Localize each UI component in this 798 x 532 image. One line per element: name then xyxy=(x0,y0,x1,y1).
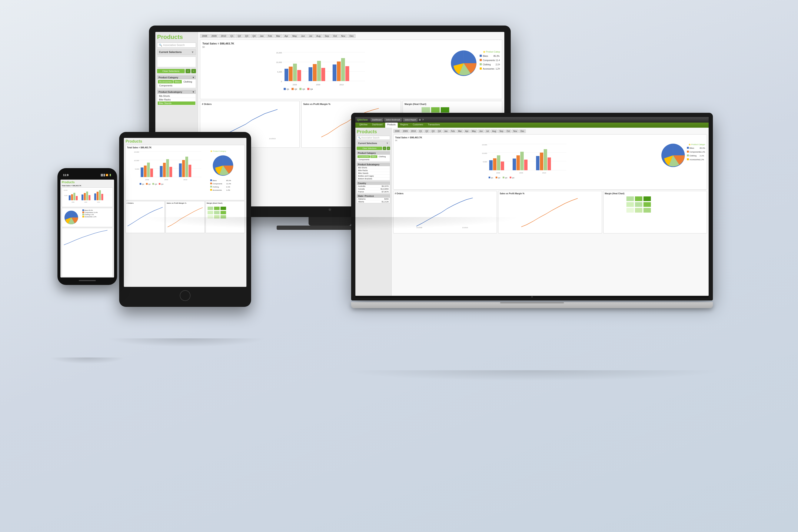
laptop-state-al[interactable]: Alabama$45K xyxy=(357,198,390,201)
laptop-cat-bikes[interactable]: Bikes xyxy=(370,155,377,158)
svg-rect-121 xyxy=(163,163,166,177)
monitor-oct[interactable]: Oct xyxy=(331,34,339,38)
laptop-subcategory-filter: Product Subcategory Bib-Shorts Bike Rack… xyxy=(357,163,390,180)
laptop-cat-accessories[interactable]: Accessories xyxy=(358,155,370,158)
monitor-year-2008[interactable]: 2008 xyxy=(200,34,209,38)
laptop-search[interactable]: 🔍 Associative Search xyxy=(357,136,390,140)
monitor-time-tabs: 2008 2009 2010 Q1 Q2 Q3 Q4 Jan Feb Mar A… xyxy=(200,34,502,38)
svg-rect-12 xyxy=(308,67,312,81)
phone-home-bar[interactable] xyxy=(79,280,96,281)
laptop-selections-arrow[interactable]: ▼ xyxy=(386,142,388,145)
laptop-nov[interactable]: Nov xyxy=(512,129,518,133)
laptop-year-2010[interactable]: 2010 xyxy=(410,129,417,133)
svg-rect-79 xyxy=(496,177,497,178)
monitor-dec[interactable]: Dec xyxy=(347,34,356,38)
monitor-feb[interactable]: Feb xyxy=(266,34,274,38)
monitor-jan[interactable]: Jan xyxy=(258,34,266,38)
laptop-dashboard-btn[interactable]: Dashboard xyxy=(371,118,383,121)
laptop-nav-products[interactable]: Products xyxy=(385,122,398,128)
laptop-bar-chart: Total Sales = $98,463.7K $K 15,000 10,00… xyxy=(395,136,652,188)
laptop-main-chart: Total Sales = $98,463.7K $K 15,000 10,00… xyxy=(393,134,707,190)
monitor-search[interactable]: 🔍 Associative Search xyxy=(157,42,196,48)
svg-rect-176 xyxy=(99,190,101,200)
svg-text:11.4%: 11.4% xyxy=(226,183,231,185)
monitor-aug[interactable]: Aug xyxy=(315,34,323,38)
monitor-subcat-3[interactable]: Bike Stands xyxy=(158,101,195,105)
monitor-sep[interactable]: Sep xyxy=(323,34,331,38)
laptop-year-2008[interactable]: 2008 xyxy=(393,129,401,133)
monitor-q2[interactable]: Q2 xyxy=(236,34,243,38)
laptop-country-fr[interactable]: France$7,067K xyxy=(357,190,390,193)
monitor-q3[interactable]: Q3 xyxy=(243,34,250,38)
phone-page-title: Products xyxy=(60,179,114,184)
tablet-home-button[interactable] xyxy=(180,290,190,301)
laptop-jun[interactable]: Jun xyxy=(478,129,484,133)
monitor-cat-accessories[interactable]: Accessories xyxy=(158,80,173,83)
monitor-cat-clothing[interactable]: Clothing xyxy=(182,80,193,83)
monitor-mar[interactable]: Mar xyxy=(274,34,282,38)
monitor-cat-components[interactable]: Components xyxy=(158,84,174,87)
laptop-aug[interactable]: Aug xyxy=(491,129,497,133)
laptop-country-ca[interactable]: Canada$14,685K xyxy=(357,188,390,190)
monitor-subcat-2[interactable]: Bike Racks xyxy=(158,98,195,101)
laptop-pie-svg: Bikes 85.3% Components 11.4% Clothing 2.… xyxy=(654,136,705,181)
monitor-selections-arrow[interactable]: ▼ xyxy=(191,51,194,54)
laptop-feb[interactable]: Feb xyxy=(450,129,456,133)
laptop-subcat-3[interactable]: Bike Stands xyxy=(357,172,390,175)
monitor-back-button[interactable]: < xyxy=(186,69,190,73)
laptop-q3[interactable]: Q3 xyxy=(430,129,436,133)
laptop-report-btn[interactable]: Select Report xyxy=(403,118,418,121)
laptop-nav-transactions[interactable]: Transactions xyxy=(425,122,442,128)
laptop-subcat-4[interactable]: Bottles and Cages xyxy=(357,175,390,177)
laptop-subcat-1[interactable]: Bib-Shorts xyxy=(357,166,390,169)
laptop-state-ab[interactable]: Alberta$1,212K xyxy=(357,201,390,203)
laptop-dec[interactable]: Dec xyxy=(519,129,526,133)
monitor-clear-button[interactable]: Clear Selections xyxy=(157,69,185,73)
monitor-may[interactable]: May xyxy=(290,34,299,38)
monitor-jul[interactable]: Jul xyxy=(307,34,314,38)
monitor-jun[interactable]: Jun xyxy=(299,34,307,38)
laptop-nav-regions[interactable]: Regions xyxy=(398,122,410,128)
laptop-jul[interactable]: Jul xyxy=(484,129,490,133)
laptop-q2[interactable]: Q2 xyxy=(424,129,430,133)
svg-rect-153 xyxy=(214,207,220,210)
laptop-country-au[interactable]: Australia$9,337K xyxy=(357,185,390,188)
laptop-forward-button[interactable]: > xyxy=(387,147,390,150)
laptop-heat-svg xyxy=(605,195,705,228)
laptop-nav-dashboard[interactable]: Dashboard xyxy=(370,122,385,128)
laptop-help-icon[interactable]: ? xyxy=(422,118,423,121)
laptop-q4[interactable]: Q4 xyxy=(436,129,442,133)
laptop-sep[interactable]: Sep xyxy=(498,129,505,133)
laptop-cat-clothing[interactable]: Clothing xyxy=(378,155,387,158)
svg-rect-63 xyxy=(493,158,496,170)
monitor-subcat-1[interactable]: Bib-Shorts xyxy=(158,94,195,98)
laptop-bookmark-btn[interactable]: Select Bookmark xyxy=(384,118,402,121)
laptop-oct[interactable]: Oct xyxy=(505,129,512,133)
laptop-back-button[interactable]: < xyxy=(383,147,386,150)
monitor-cat-bikes[interactable]: Bikes xyxy=(173,80,182,83)
svg-rect-127 xyxy=(189,165,191,177)
laptop-nav-qlikview[interactable]: QlikView xyxy=(357,122,369,128)
svg-rect-166 xyxy=(69,195,71,200)
monitor-apr[interactable]: Apr xyxy=(283,34,290,38)
laptop-subcat-5[interactable]: Bottom Brackets xyxy=(357,177,390,180)
monitor-year-2009[interactable]: 2009 xyxy=(209,34,218,38)
laptop-subcat-2[interactable]: Bike Racks xyxy=(357,169,390,172)
laptop-nav-customers[interactable]: Customers xyxy=(411,122,425,128)
laptop-q1[interactable]: Q1 xyxy=(418,129,423,133)
monitor-q4[interactable]: Q4 xyxy=(251,34,258,38)
laptop-year-2009[interactable]: 2009 xyxy=(401,129,409,133)
monitor-year-2010[interactable]: 2010 xyxy=(219,34,228,38)
monitor-q1[interactable]: Q1 xyxy=(228,34,235,38)
laptop-category-items: Accessories Bikes Clothing Components xyxy=(357,155,390,162)
laptop-may[interactable]: May xyxy=(470,129,477,133)
svg-text:Accessories: Accessories xyxy=(483,68,494,70)
laptop-mar[interactable]: Mar xyxy=(456,129,463,133)
monitor-nov[interactable]: Nov xyxy=(339,34,347,38)
laptop-apr[interactable]: Apr xyxy=(464,129,470,133)
laptop-clear-button[interactable]: Clear Selections xyxy=(357,147,382,150)
laptop-jan[interactable]: Jan xyxy=(443,129,449,133)
laptop-cat-components[interactable]: Components xyxy=(358,158,370,161)
laptop-settings-icon[interactable]: ⚙ xyxy=(419,118,421,121)
monitor-forward-button[interactable]: > xyxy=(191,69,196,73)
